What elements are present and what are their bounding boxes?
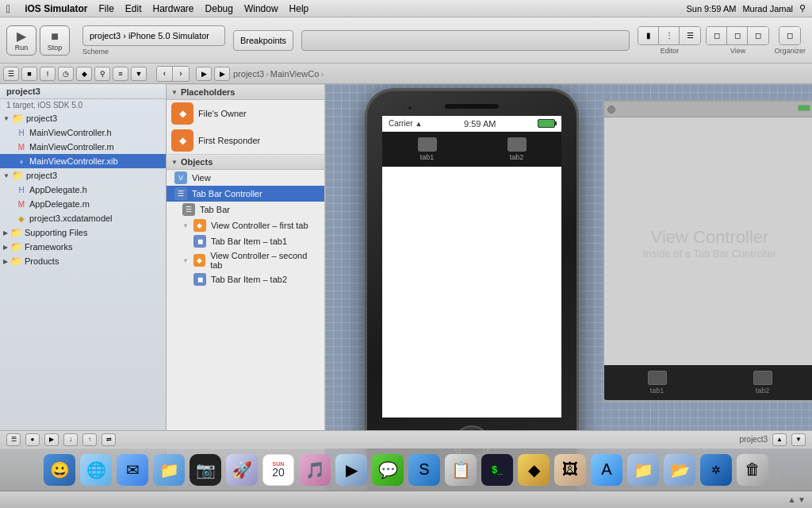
sidebar-item-mainviewcontrollerm[interactable]: M MainViewController.m	[0, 140, 166, 154]
obj-vc-second[interactable]: ▼ ◆ View Controller – second tab	[167, 249, 324, 271]
organizer-btn[interactable]: ◻	[779, 27, 800, 44]
obj-vc-first[interactable]: ▼ ◆ View Controller – first tab	[167, 217, 324, 233]
placeholder-filesowner[interactable]: ◆ File's Owner	[167, 100, 324, 127]
breadcrumb: project3 › MainViewCo ›	[233, 69, 324, 79]
dock-mail[interactable]: ✉	[117, 454, 148, 486]
dock-trash[interactable]: 🗑	[737, 454, 768, 486]
obj-view[interactable]: V View	[167, 170, 324, 186]
breadcrumb-project[interactable]: project3	[233, 69, 264, 79]
folder-icon: 📁	[10, 256, 22, 267]
sidebar-item-label: MainViewController.xib	[29, 156, 118, 166]
menu-window[interactable]: Window	[244, 3, 278, 14]
sidebar-item-appdelegatem[interactable]: M AppDelegate.m	[0, 197, 166, 211]
view-btn-3[interactable]: ◻	[748, 27, 768, 44]
breadcrumb-mainviewco[interactable]: MainViewCo	[270, 69, 320, 79]
jump-btn-1[interactable]: ▶	[196, 67, 212, 81]
dock-quicktime[interactable]: ▶	[335, 454, 367, 486]
status-btn-5[interactable]: ↑	[82, 433, 97, 446]
iphone-tab1[interactable]: tab1	[418, 137, 437, 161]
sidebar-group-project3-top[interactable]: ▼ 📁 project3	[0, 111, 166, 125]
scheme-selector[interactable]: project3 › iPhone 5.0 Simulator	[82, 25, 225, 46]
nav-filter-2[interactable]: ■	[21, 67, 37, 81]
obj-tabitem-2[interactable]: ◼ Tab Bar Item – tab2	[167, 271, 324, 287]
status-btn-1[interactable]: ☰	[6, 433, 21, 446]
dock-itunes[interactable]: 🎵	[299, 454, 331, 486]
dock-instruments[interactable]: ◆	[518, 454, 550, 486]
forward-button[interactable]: ›	[173, 67, 189, 81]
sidebar-item-appdelegateh[interactable]: H AppDelegate.h	[0, 183, 166, 197]
menu-edit[interactable]: Edit	[125, 3, 142, 14]
m-file-icon: M	[16, 198, 27, 210]
stop-label: Stop	[48, 44, 63, 52]
sidebar-item-project3xcdatamodel[interactable]: ◆ project3.xcdatamodel	[0, 211, 166, 225]
status-btn-4[interactable]: ↓	[63, 433, 78, 446]
search-icon[interactable]: ⚲	[799, 3, 806, 13]
menu-hardware[interactable]: Hardware	[153, 3, 194, 14]
placeholder-firstresponder[interactable]: ◆ First Responder	[167, 127, 324, 154]
sidebar-item-label: Products	[25, 256, 59, 266]
view-btn-1[interactable]: ◻	[707, 27, 727, 44]
firstresponder-icon: ◆	[171, 129, 193, 152]
sidebar-group-supporting[interactable]: ▶ 📁 Supporting Files	[0, 225, 166, 240]
menu-debug[interactable]: Debug	[205, 3, 233, 14]
jump-btn-2[interactable]: ▶	[214, 67, 230, 81]
dock-files2[interactable]: 📁	[627, 454, 659, 486]
dock-unknown[interactable]: 📋	[445, 454, 477, 486]
nav-filter-5[interactable]: ◆	[76, 67, 92, 81]
status-btn-6[interactable]: ⇄	[102, 433, 116, 446]
run-button[interactable]: ▶ Run	[6, 25, 36, 56]
nav-filter-7[interactable]: ≡	[113, 67, 128, 81]
nav-filter-1[interactable]: ☰	[3, 67, 19, 81]
dock-camera[interactable]: 📷	[190, 454, 221, 486]
view-btn-2[interactable]: ◻	[727, 27, 748, 44]
sidebar-item-mainviewcontrollerxib[interactable]: ♦ MainViewController.xib	[0, 154, 166, 168]
dock-skype[interactable]: S	[408, 454, 440, 486]
editor-btn-2[interactable]: ⋮	[659, 27, 680, 44]
dock-preview[interactable]: 🖼	[554, 454, 586, 486]
nav-filter-6[interactable]: ⚲	[94, 67, 110, 81]
menu-file[interactable]: File	[98, 3, 113, 14]
menu-help[interactable]: Help	[289, 3, 309, 14]
vc-tab2[interactable]: tab2	[753, 371, 772, 394]
sidebar-project-name: project3	[6, 87, 40, 96]
sidebar-item-mainviewcontrollerh[interactable]: H MainViewController.h	[0, 125, 166, 140]
dock-messages[interactable]: 💬	[372, 454, 404, 486]
view-icon: V	[174, 171, 187, 184]
vc-tab1[interactable]: tab1	[648, 371, 667, 394]
obj-tabbar[interactable]: ☰ Tab Bar	[167, 202, 324, 217]
iphone-tab2[interactable]: tab2	[508, 137, 527, 161]
breakpoints-button[interactable]: Breakpoints	[233, 30, 293, 51]
view-group: ◻ ◻ ◻ View	[706, 26, 769, 55]
sidebar-group-project3-second[interactable]: ▼ 📁 project3	[0, 168, 166, 183]
nav-filter-3[interactable]: !	[40, 67, 56, 81]
status-btn-3[interactable]: ▶	[44, 433, 59, 446]
sidebar-group-frameworks[interactable]: ▶ 📁 Frameworks	[0, 240, 166, 254]
run-label: Run	[15, 44, 29, 52]
obj-tabitem-1[interactable]: ◼ Tab Bar Item – tab1	[167, 233, 324, 249]
editor-btn-3[interactable]: ☰	[680, 27, 700, 44]
obj-tabbarcontroller[interactable]: ☰ Tab Bar Controller	[167, 186, 324, 202]
battery-icon	[538, 119, 555, 128]
dock-rocket[interactable]: 🚀	[226, 454, 258, 486]
dock-files3[interactable]: 📂	[664, 454, 695, 486]
sidebar-group-products[interactable]: ▶ 📁 Products	[0, 254, 166, 268]
dock-appstore[interactable]: A	[591, 454, 622, 486]
nav-filter-4[interactable]: ◷	[58, 67, 74, 81]
iphone-screen: Carrier ▲ 9:59 AM tab1 tab2	[382, 116, 561, 418]
stop-button[interactable]: ■ Stop	[40, 25, 70, 56]
status-collapse[interactable]: ▼	[791, 433, 806, 446]
editor-btn-1[interactable]: ▮	[638, 27, 659, 44]
dock-xcode[interactable]: ✲	[700, 454, 732, 486]
m-file-icon: M	[16, 141, 27, 152]
nav-filter-8[interactable]: ▼	[131, 67, 147, 81]
dock-finder[interactable]: 😀	[44, 454, 75, 486]
dock-calendar[interactable]: SUN 20	[262, 454, 294, 486]
dock-terminal[interactable]: $_	[481, 454, 513, 486]
sidebar-target-label: 1 target, iOS SDK 5.0	[6, 101, 82, 110]
back-button[interactable]: ‹	[157, 67, 173, 81]
status-btn-2[interactable]: ●	[25, 433, 40, 446]
os-status-bar: ▲ ▼	[0, 491, 812, 508]
dock-safari[interactable]: 🌐	[80, 454, 112, 486]
status-expand[interactable]: ▲	[772, 433, 787, 446]
dock-folder[interactable]: 📁	[153, 454, 185, 486]
